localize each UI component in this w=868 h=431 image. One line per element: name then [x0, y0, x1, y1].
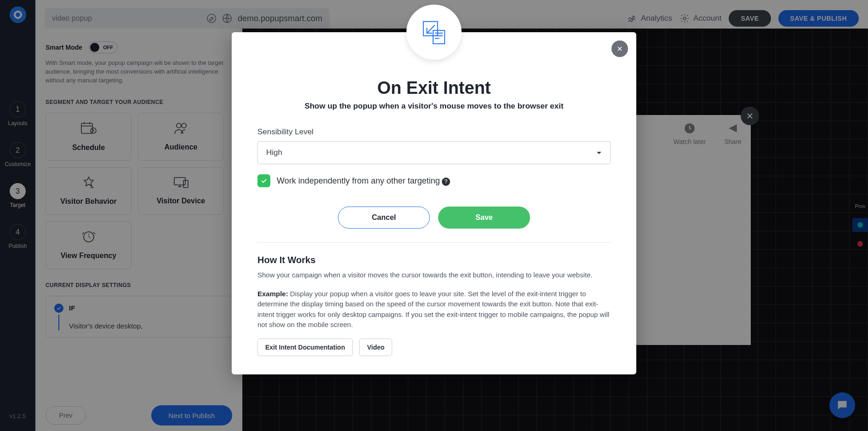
modal-subtitle: Show up the popup when a visitor's mouse…	[257, 102, 611, 111]
svg-rect-12	[433, 30, 445, 44]
independent-label: Work independently from any other target…	[277, 176, 450, 186]
chevron-down-icon	[596, 148, 602, 157]
cancel-button[interactable]: Cancel	[338, 207, 430, 229]
sensibility-select[interactable]: High	[257, 141, 611, 164]
sensibility-label: Sensibility Level	[257, 127, 611, 137]
how-it-works-heading: How It Works	[257, 255, 611, 265]
modal-overlay: On Exit Intent Show up the popup when a …	[0, 0, 868, 431]
svg-rect-11	[423, 22, 438, 36]
help-icon[interactable]: ?	[442, 178, 450, 186]
independent-checkbox[interactable]	[257, 174, 270, 187]
modal-save-button[interactable]: Save	[438, 207, 530, 229]
modal-title: On Exit Intent	[257, 78, 611, 98]
example-text: Example: Display your popup when a visit…	[257, 289, 611, 330]
sensibility-value: High	[266, 148, 282, 157]
modal-close-button[interactable]	[611, 40, 628, 57]
exit-intent-doc-button[interactable]: Exit Intent Documentation	[257, 339, 353, 356]
modal-header-icon	[406, 5, 462, 60]
exit-intent-modal: On Exit Intent Show up the popup when a …	[232, 32, 636, 374]
how-it-works-text: Show your campaign when a visitor moves …	[257, 270, 611, 281]
video-button[interactable]: Video	[359, 339, 392, 356]
